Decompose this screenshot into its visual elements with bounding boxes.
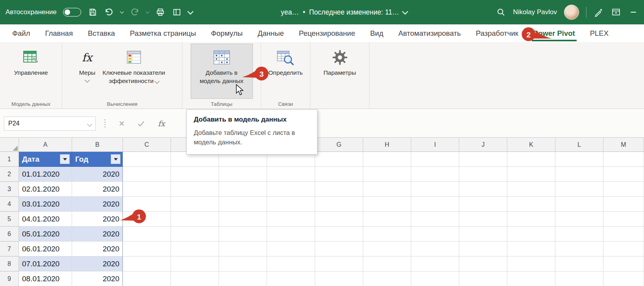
cell-M3[interactable] — [603, 182, 644, 197]
cell-J6[interactable] — [459, 227, 507, 242]
cell-K9[interactable] — [507, 271, 555, 286]
cell-A7[interactable]: 06.01.2020 — [19, 242, 72, 256]
cell-D5[interactable] — [171, 212, 219, 227]
insert-function-icon[interactable]: fx — [157, 119, 167, 128]
undo-dropdown-icon[interactable] — [120, 9, 124, 13]
tab-1[interactable]: Файл — [10, 24, 32, 42]
search-icon[interactable] — [496, 7, 506, 17]
tab-2[interactable]: Главная — [43, 24, 75, 42]
cell-M5[interactable] — [603, 212, 644, 227]
cell-B8[interactable]: 2020 — [72, 256, 123, 271]
cell-G1[interactable] — [315, 152, 363, 167]
enter-icon[interactable] — [137, 120, 145, 127]
cell-C8[interactable] — [123, 256, 171, 271]
filter-button-A[interactable] — [60, 154, 70, 164]
tab-6[interactable]: Данные — [255, 24, 286, 42]
cell-L2[interactable] — [555, 167, 603, 182]
cell-H2[interactable] — [363, 167, 411, 182]
cell-E8[interactable] — [219, 256, 267, 271]
cell-L7[interactable] — [555, 242, 603, 256]
measures-button[interactable]: fx Меры — [76, 44, 99, 84]
cell-I1[interactable] — [411, 152, 459, 167]
tab-10[interactable]: Разработчик — [473, 24, 521, 42]
cell-H9[interactable] — [363, 271, 411, 286]
cell-D7[interactable] — [171, 242, 219, 256]
user-name[interactable]: Nikolay Pavlov — [513, 8, 557, 16]
cell-B6[interactable]: 2020 — [72, 227, 123, 242]
cell-B5[interactable]: 2020 — [72, 212, 123, 227]
title-dropdown-icon[interactable] — [402, 8, 408, 15]
row-header-9[interactable]: 9 — [0, 271, 19, 286]
cell-L9[interactable] — [555, 271, 603, 286]
cell-C2[interactable] — [123, 167, 171, 182]
quick-print-icon[interactable] — [155, 7, 165, 17]
cell-J1[interactable] — [459, 152, 507, 167]
tab-8[interactable]: Вид — [368, 24, 386, 42]
detect-button[interactable]: Определить — [265, 44, 306, 79]
cell-E3[interactable] — [219, 182, 267, 197]
cell-M1[interactable] — [603, 152, 644, 167]
cell-I6[interactable] — [411, 227, 459, 242]
cell-F9[interactable] — [267, 271, 315, 286]
cell-E7[interactable] — [219, 242, 267, 256]
ribbon-display-options-icon[interactable] — [611, 7, 621, 17]
cell-A1[interactable]: Дата — [19, 152, 72, 167]
tab-4[interactable]: Разметка страницы — [128, 24, 199, 42]
column-header-M[interactable]: M — [603, 138, 644, 152]
cell-A4[interactable]: 03.01.2020 — [19, 197, 72, 212]
cell-E5[interactable] — [219, 212, 267, 227]
cell-A9[interactable]: 08.01.2020 — [19, 271, 72, 286]
document-title[interactable]: yea… • Последнее изменение: 11… — [281, 8, 407, 17]
name-box[interactable]: P24 — [4, 116, 96, 131]
row-header-8[interactable]: 8 — [0, 256, 19, 271]
formula-bar-grip[interactable] — [104, 119, 106, 127]
settings-button[interactable]: Параметры — [320, 44, 360, 79]
cell-D3[interactable] — [171, 182, 219, 197]
customize-toolbar-icon[interactable] — [187, 8, 193, 15]
cell-C9[interactable] — [123, 271, 171, 286]
cell-B2[interactable]: 2020 — [72, 167, 123, 182]
cell-E4[interactable] — [219, 197, 267, 212]
cell-J7[interactable] — [459, 242, 507, 256]
cell-L8[interactable] — [555, 256, 603, 271]
redo-icon[interactable] — [130, 7, 140, 17]
redo-dropdown-icon[interactable] — [145, 9, 149, 13]
cell-J2[interactable] — [459, 167, 507, 182]
row-header-5[interactable]: 5 — [0, 212, 19, 227]
view-switch-icon[interactable] — [172, 7, 182, 17]
cell-E2[interactable] — [219, 167, 267, 182]
filter-button-B[interactable] — [111, 154, 121, 164]
cell-K4[interactable] — [507, 197, 555, 212]
tab-7[interactable]: Рецензирование — [297, 24, 358, 42]
row-header-2[interactable]: 2 — [0, 167, 19, 182]
column-header-I[interactable]: I — [411, 138, 459, 152]
cell-D8[interactable] — [171, 256, 219, 271]
tab-9[interactable]: Автоматизировать — [396, 24, 463, 42]
name-box-dropdown-icon[interactable] — [87, 122, 92, 127]
cell-C6[interactable] — [123, 227, 171, 242]
cell-F3[interactable] — [267, 182, 315, 197]
cell-L4[interactable] — [555, 197, 603, 212]
cell-I7[interactable] — [411, 242, 459, 256]
cell-I5[interactable] — [411, 212, 459, 227]
cell-B3[interactable]: 2020 — [72, 182, 123, 197]
cell-K7[interactable] — [507, 242, 555, 256]
kpi-button[interactable]: Ключевые показатели эффективности — [99, 44, 169, 88]
cell-H5[interactable] — [363, 212, 411, 227]
cell-D2[interactable] — [171, 167, 219, 182]
cell-B1[interactable]: Год — [72, 152, 123, 167]
cell-J4[interactable] — [459, 197, 507, 212]
cell-J5[interactable] — [459, 212, 507, 227]
column-header-H[interactable]: H — [363, 138, 411, 152]
cell-G5[interactable] — [315, 212, 363, 227]
cell-G3[interactable] — [315, 182, 363, 197]
cell-K3[interactable] — [507, 182, 555, 197]
cancel-icon[interactable] — [118, 120, 125, 127]
cell-B9[interactable]: 2020 — [72, 271, 123, 286]
cell-I9[interactable] — [411, 271, 459, 286]
cell-K8[interactable] — [507, 256, 555, 271]
cell-M9[interactable] — [603, 271, 644, 286]
tab-3[interactable]: Вставка — [85, 24, 117, 42]
cell-I2[interactable] — [411, 167, 459, 182]
cell-J3[interactable] — [459, 182, 507, 197]
